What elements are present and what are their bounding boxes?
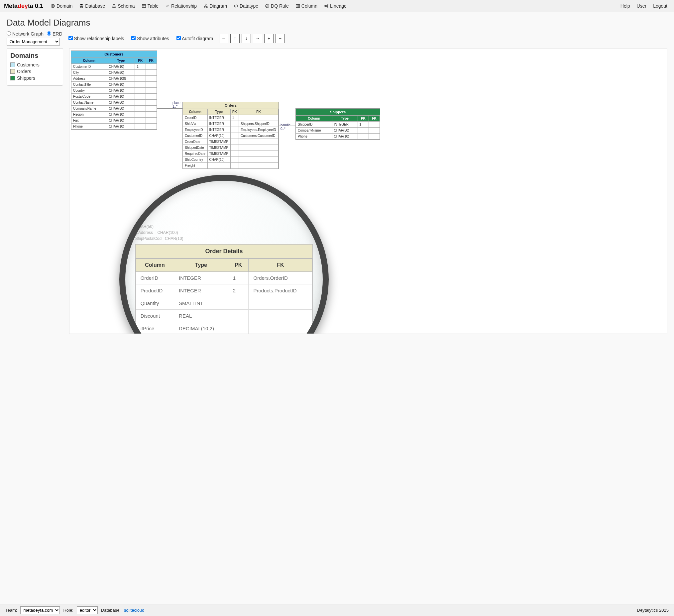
cell-c: Country [72, 88, 107, 94]
nav-user[interactable]: User [634, 2, 649, 10]
table-row[interactable]: ShipperIDINTEGER1 [296, 122, 380, 128]
table-row[interactable]: OrderIDINTEGER1Orders.OrderID [136, 272, 312, 284]
columns-icon [296, 4, 300, 8]
entity-customers[interactable]: Customers ColumnTypePKFK CustomerIDCHAR(… [71, 50, 157, 130]
cell-c: OrderID [183, 115, 208, 121]
table-row[interactable]: PhoneCHAR(10) [72, 124, 157, 130]
table-row[interactable]: DiscountREAL [136, 310, 312, 322]
magnifier-lens: CHAR(50) ipAddress CHAR(100) ShipPostalC… [119, 175, 329, 334]
entity-order-details[interactable]: Order Details ColumnTypePKFK OrderIDINTE… [135, 244, 313, 334]
cell-fk [146, 64, 157, 70]
table-row[interactable]: CityCHAR(50) [72, 70, 157, 76]
table-row[interactable]: CountryCHAR(10) [72, 88, 157, 94]
legend-color-customers [10, 63, 15, 67]
cell-fk [239, 151, 278, 157]
main-area: Domains Customers Orders Shippers Custom… [7, 48, 667, 334]
check-group: Show relationship labels Show attributes… [69, 36, 213, 41]
cell-c: itPrice [136, 322, 174, 334]
cell-t: INTEGER [174, 284, 228, 297]
table-row[interactable]: ShippedDateTIMESTAMP [183, 145, 278, 151]
nav-item-relationship[interactable]: Relationship [162, 2, 199, 10]
diagram-canvas[interactable]: Customers ColumnTypePKFK CustomerIDCHAR(… [69, 48, 667, 334]
radio-network[interactable] [7, 31, 11, 35]
table-row[interactable]: OrderIDINTEGER1 [183, 115, 278, 121]
th-fk: FK [369, 116, 380, 122]
chk-autofit-label[interactable]: Autofit diagram [177, 36, 213, 41]
table-row[interactable]: AddressCHAR(100) [72, 76, 157, 82]
table-row[interactable]: ShipCountryCHAR(10) [183, 157, 278, 163]
table-row[interactable]: OrderDateTIMESTAMP [183, 139, 278, 145]
btn-right[interactable]: → [253, 34, 262, 43]
table-row[interactable]: QuantitySMALLINT [136, 297, 312, 310]
btn-left[interactable]: ← [219, 34, 228, 43]
table-row[interactable]: CompanyNameCHAR(50) [296, 128, 380, 134]
table-row[interactable]: RegionCHAR(10) [72, 112, 157, 118]
legend-shippers[interactable]: Shippers [10, 76, 60, 81]
nav-item-database[interactable]: Database [77, 2, 108, 10]
table-row[interactable]: CustomerIDCHAR(10)1 [72, 64, 157, 70]
nav-item-diagram[interactable]: Diagram [201, 2, 230, 10]
table-row[interactable]: CompanyNameCHAR(50) [72, 106, 157, 112]
btn-up[interactable]: ↑ [230, 34, 240, 43]
cell-fk [146, 70, 157, 76]
nav-label: Datatype [240, 3, 258, 9]
nav-item-schema[interactable]: Schema [109, 2, 137, 10]
cell-t: TIMESTAMP [207, 139, 230, 145]
chk-rel[interactable] [69, 36, 73, 40]
th-col: Column [183, 109, 208, 115]
radio-erd-label[interactable]: ERD [47, 31, 62, 36]
table-row[interactable]: ShipViaINTEGERShippers.ShipperID [183, 121, 278, 127]
radio-erd[interactable] [47, 31, 51, 35]
chk-attr-label[interactable]: Show attributes [131, 36, 169, 41]
nav-item-datatype[interactable]: Datatype [231, 2, 261, 10]
nav-item-table[interactable]: Table [139, 2, 161, 10]
legend-customers[interactable]: Customers [10, 62, 60, 68]
legend-orders[interactable]: Orders [10, 69, 60, 74]
schema-icon [112, 4, 116, 8]
pan-zoom-buttons: ← ↑ ↓ → + − [219, 34, 285, 43]
radio-network-label[interactable]: Network Graph [7, 31, 43, 36]
nav-items: Domain Database Schema Table Relationshi… [48, 2, 616, 10]
nav-label: Lineage [330, 3, 347, 9]
brand-p3: ta 0.1 [28, 3, 43, 9]
cell-t: REAL [174, 310, 228, 322]
nav-item-lineage[interactable]: Lineage [321, 2, 349, 10]
table-row[interactable]: Freight [183, 163, 278, 169]
code-icon [234, 4, 238, 8]
table-row[interactable]: RequiredDateTIMESTAMP [183, 151, 278, 157]
entity-table: ColumnTypePKFK OrderIDINTEGER1ShipViaINT… [183, 109, 278, 169]
th-type: Type [332, 116, 358, 122]
chk-rel-text: Show relationship labels [74, 36, 124, 41]
cell-fk [146, 118, 157, 124]
nav-item-dqrule[interactable]: DQ Rule [262, 2, 292, 10]
table-row[interactable]: CustomerIDCHAR(10)Customers.CustomerID [183, 133, 278, 139]
table-row[interactable]: ContactNameCHAR(50) [72, 100, 157, 106]
btn-down[interactable]: ↓ [242, 34, 251, 43]
cell-t: INTEGER [332, 122, 358, 128]
entity-shippers[interactable]: Shippers ColumnTypePKFK ShipperIDINTEGER… [296, 108, 380, 140]
chk-rel-label[interactable]: Show relationship labels [69, 36, 124, 41]
cell-pk [358, 128, 369, 134]
nav-logout[interactable]: Logout [650, 2, 670, 10]
table-row[interactable]: PostalCodeCHAR(10) [72, 94, 157, 100]
nav-item-column[interactable]: Column [293, 2, 320, 10]
database-icon [79, 4, 84, 8]
nav-item-domain[interactable]: Domain [48, 2, 75, 10]
chk-attr[interactable] [131, 36, 136, 40]
orders-rows: OrderIDINTEGER1ShipViaINTEGERShippers.Sh… [183, 115, 278, 169]
btn-zoom-in[interactable]: + [264, 34, 273, 43]
table-row[interactable]: ContactTitleCHAR(10) [72, 82, 157, 88]
table-row[interactable]: itPriceDECIMAL(10,2) [136, 322, 312, 334]
cell-pk [230, 139, 239, 145]
table-row[interactable]: EmployeeIDINTEGEREmployees.EmployeeID [183, 127, 278, 133]
table-row[interactable]: ProductIDINTEGER2Products.ProductID [136, 284, 312, 297]
entity-orders[interactable]: Orders ColumnTypePKFK OrderIDINTEGER1Shi… [183, 102, 279, 169]
rel-handle-text: handle [280, 123, 291, 127]
domain-select[interactable]: Order Management [7, 38, 60, 45]
table-row[interactable]: FaxCHAR(10) [72, 118, 157, 124]
table-row[interactable]: PhoneCHAR(10) [296, 134, 380, 140]
btn-zoom-out[interactable]: − [275, 34, 285, 43]
th-pk: PK [135, 58, 146, 64]
chk-autofit[interactable] [177, 36, 181, 40]
nav-help[interactable]: Help [618, 2, 633, 10]
